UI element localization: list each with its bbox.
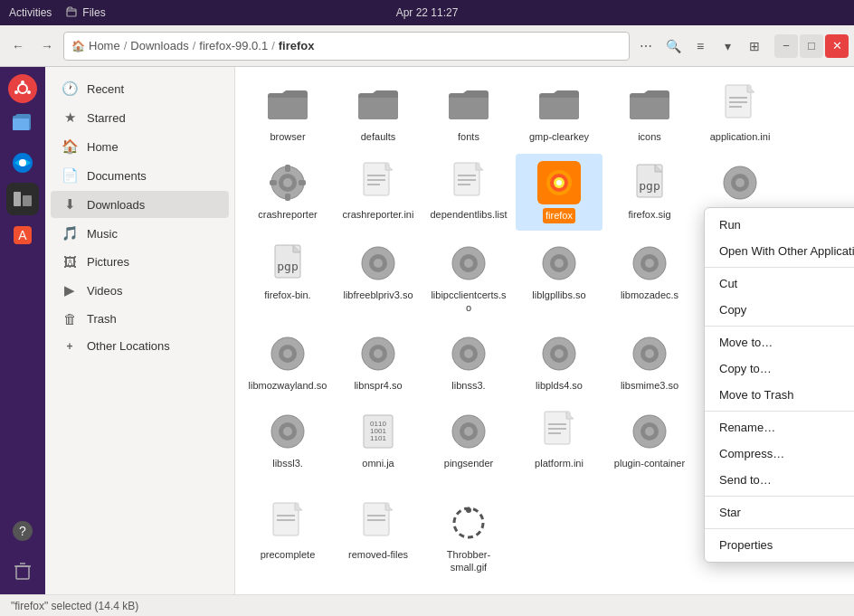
breadcrumb-firefox[interactable]: firefox xyxy=(279,39,315,52)
svg-point-84 xyxy=(283,427,292,436)
context-menu-cut[interactable]: Cut Ctrl+X xyxy=(705,270,854,297)
forward-button[interactable]: → xyxy=(34,33,60,59)
dock-trash-icon[interactable] xyxy=(6,554,39,587)
text-icon-precomplete xyxy=(266,501,309,545)
sep3: / xyxy=(271,39,275,52)
view-list-button[interactable]: ≡ xyxy=(688,33,713,59)
file-item-application-ini[interactable]: application.ini xyxy=(697,76,783,150)
context-menu-properties[interactable]: Properties Ctrl+I xyxy=(705,532,854,558)
activities-label[interactable]: Activities xyxy=(9,6,52,19)
file-item-defaults[interactable]: defaults xyxy=(335,76,422,150)
sidebar-item-music[interactable]: 🎵 Music xyxy=(51,220,229,247)
file-label-libnss3: libnss3. xyxy=(451,379,485,392)
sep1: / xyxy=(124,39,128,52)
file-item-removed-files[interactable]: removed-files xyxy=(335,494,422,582)
context-menu-copy[interactable]: Copy Ctrl+C xyxy=(705,297,854,323)
context-menu: Run Return Open With Other Application C… xyxy=(704,207,854,563)
sidebar-item-trash[interactable]: 🗑 Trash xyxy=(51,306,229,332)
svg-point-66 xyxy=(283,349,292,358)
file-item-libipcclientcerts[interactable]: libipcclientcerts.so xyxy=(425,234,512,322)
breadcrumb[interactable]: 🏠 Home / Downloads / firefox-99.0.1 / fi… xyxy=(63,32,630,61)
file-item-fonts[interactable]: fonts xyxy=(425,76,512,150)
file-item-libsmime3[interactable]: libsmime3.so xyxy=(606,325,693,399)
file-item-omni-ja[interactable]: 011010011101 omni.ja xyxy=(335,403,422,490)
status-text: "firefox" selected (14.4 kB) xyxy=(11,600,138,612)
dock-files-icon[interactable] xyxy=(6,107,39,139)
file-item-firefox-bin-sig[interactable]: pgp firefox-bin. xyxy=(244,234,331,322)
file-item-icons[interactable]: icons xyxy=(606,76,693,150)
svg-point-98 xyxy=(645,427,654,436)
context-menu-rename[interactable]: Rename… F2 xyxy=(705,414,854,441)
file-item-libfreeblpriv3[interactable]: libfreeblpriv3.so xyxy=(335,234,422,322)
sidebar-item-downloads[interactable]: ⬇ Downloads xyxy=(51,191,229,218)
file-item-gmp-clearkey[interactable]: gmp-clearkey xyxy=(516,76,603,150)
file-item-libnspr4[interactable]: libnspr4.so xyxy=(335,325,422,399)
sidebar-item-home[interactable]: 🏠 Home xyxy=(51,133,229,160)
context-menu-open-with[interactable]: Open With Other Application xyxy=(705,238,854,264)
file-item-libnss3[interactable]: libnss3. xyxy=(425,325,512,399)
gear-icon-libipcclientcerts xyxy=(447,242,490,285)
downloads-icon: ⬇ xyxy=(62,196,78,213)
breadcrumb-home[interactable]: Home xyxy=(89,39,120,52)
svg-text:?: ? xyxy=(19,524,26,538)
file-item-liblgpllibs[interactable]: liblgpllibs.so xyxy=(516,234,603,322)
back-button[interactable]: ← xyxy=(5,33,31,59)
dock-help-icon[interactable]: ? xyxy=(6,515,39,547)
search-button[interactable]: 🔍 xyxy=(660,33,686,59)
sep2: / xyxy=(193,39,196,52)
close-button[interactable]: ✕ xyxy=(825,34,849,58)
file-item-libplds4[interactable]: libplds4.so xyxy=(516,325,603,399)
file-item-crashreporter[interactable]: crashreporter xyxy=(244,154,331,230)
dock-thunderbird-icon[interactable] xyxy=(6,147,39,179)
sidebar-item-other-locations[interactable]: + Other Locations xyxy=(51,334,229,358)
file-label-throbber: Throbber-small.gif xyxy=(429,548,508,574)
context-menu-move-to-trash[interactable]: Move to Trash Delete xyxy=(705,382,854,408)
dock-files2-icon[interactable] xyxy=(6,183,39,215)
svg-text:1101: 1101 xyxy=(370,434,386,442)
menu-dots-button[interactable]: ⋯ xyxy=(633,33,659,59)
sidebar-item-videos[interactable]: ▶ Videos xyxy=(51,277,229,304)
context-menu-run[interactable]: Run Return xyxy=(705,212,854,238)
file-label-plugin-container: plugin-container xyxy=(614,457,685,469)
svg-point-5 xyxy=(14,90,18,94)
file-item-plugin-container[interactable]: plugin-container xyxy=(606,403,693,490)
context-menu-compress[interactable]: Compress… xyxy=(705,441,854,467)
sidebar-item-starred[interactable]: ★ Starred xyxy=(51,104,229,131)
view-dropdown-button[interactable]: ▾ xyxy=(715,33,740,59)
file-item-libmoza[interactable]: libmoza­dec.s xyxy=(606,234,693,322)
file-item-libmozwayland[interactable]: libmozwayland.so xyxy=(244,325,331,399)
file-item-firefox-sig[interactable]: pgp firefox.sig xyxy=(606,154,693,230)
file-area[interactable]: browser defaults fonts gmp-clearkey xyxy=(235,67,854,594)
dock-ubuntu-icon[interactable] xyxy=(8,74,37,103)
context-menu-star[interactable]: Star xyxy=(705,499,854,526)
minimize-button[interactable]: − xyxy=(774,34,798,58)
file-item-dependentlibs[interactable]: dependentlibs.list xyxy=(425,154,512,230)
file-label-libipcclientcerts: libipcclientcerts.so xyxy=(429,289,508,315)
svg-point-69 xyxy=(374,349,383,358)
file-item-libssl3[interactable]: libssl3. xyxy=(244,403,331,490)
dock-software-icon[interactable]: A xyxy=(6,219,39,251)
sidebar-item-pictures[interactable]: 🖼 Pictures xyxy=(51,249,229,275)
sidebar-item-recent[interactable]: 🕐 Recent xyxy=(51,75,229,102)
file-item-precomplete[interactable]: precomplete xyxy=(244,494,331,582)
maximize-button[interactable]: □ xyxy=(800,34,823,58)
context-menu-copy-to[interactable]: Copy to… xyxy=(705,355,854,382)
file-item-firefox[interactable]: firefox xyxy=(516,154,603,230)
svg-text:pgp: pgp xyxy=(277,260,299,273)
context-menu-send-to[interactable]: Send to… xyxy=(705,467,854,493)
file-item-throbber[interactable]: Throbber-small.gif xyxy=(425,494,512,582)
file-item-platform-ini[interactable]: platform.ini xyxy=(516,403,603,490)
view-grid-button[interactable]: ⊞ xyxy=(742,33,767,59)
file-item-browser[interactable]: browser xyxy=(244,76,331,150)
file-item-pingsender[interactable]: pingsender xyxy=(425,403,512,490)
svg-point-51 xyxy=(374,259,383,268)
sidebar-label-trash: Trash xyxy=(87,312,218,326)
breadcrumb-firefox99[interactable]: firefox-99.0.1 xyxy=(199,39,268,52)
svg-rect-11 xyxy=(23,195,32,206)
breadcrumb-downloads[interactable]: Downloads xyxy=(130,39,188,52)
svg-point-75 xyxy=(555,349,564,358)
sidebar-item-documents[interactable]: 📄 Documents xyxy=(51,162,229,189)
file-item-crashreporter-ini[interactable]: crashreporter.ini xyxy=(335,154,422,230)
menu-send-to-label: Send to… xyxy=(719,473,772,487)
context-menu-move-to[interactable]: Move to… xyxy=(705,329,854,355)
